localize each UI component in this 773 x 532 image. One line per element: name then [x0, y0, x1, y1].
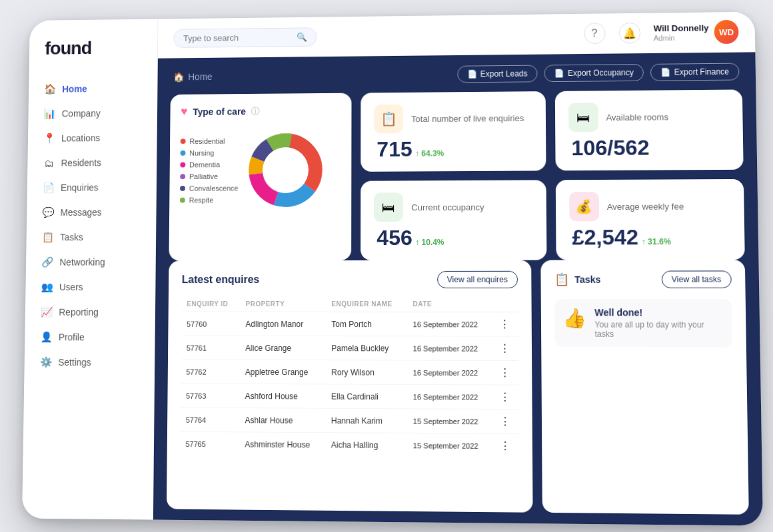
- row-more-button[interactable]: ⋮: [494, 360, 518, 385]
- sidebar-item-residents[interactable]: 🗂 Residents: [27, 150, 156, 175]
- cell-property: Adlington Manor: [240, 312, 326, 336]
- cell-property: Ashminster House: [239, 431, 326, 456]
- export-finance-button[interactable]: 📄 Export Finance: [650, 63, 739, 81]
- well-done-section: 👍 Well done! You are all up to day with …: [554, 299, 732, 347]
- table-row[interactable]: 57765 Ashminster House Aicha Halling 15 …: [180, 431, 518, 457]
- search-icon: 🔍: [297, 31, 307, 41]
- enquiries-card-header: Latest enquires View all enquires: [182, 270, 518, 288]
- convalescence-label: Convalescence: [189, 184, 239, 192]
- sidebar-item-label: Messages: [60, 206, 101, 217]
- heart-icon: ♥: [181, 105, 188, 119]
- enquiries-stat-change: 64.3%: [415, 148, 444, 158]
- cell-enquirer: Pamela Buckley: [326, 336, 407, 360]
- cell-date: 16 September 2022: [408, 384, 494, 409]
- user-info[interactable]: Will Donnelly Admin WD: [654, 19, 739, 44]
- sidebar-item-networking[interactable]: 🔗 Networking: [26, 249, 155, 274]
- palliative-label: Palliative: [189, 172, 218, 180]
- type-of-care-header: ♥ Type of care ⓘ: [181, 103, 341, 119]
- main-content: 🔍 ? 🔔 Will Donnelly Admin WD 🏠 Hom: [153, 11, 763, 525]
- export-occupancy-button[interactable]: 📄 Export Occupancy: [544, 63, 644, 81]
- row-more-button[interactable]: ⋮: [494, 336, 518, 361]
- table-row[interactable]: 57764 Ashlar House Hannah Karim 15 Septe…: [181, 407, 519, 433]
- avatar: WD: [714, 19, 738, 43]
- table-row[interactable]: 57762 Appletree Grange Rory Wilson 16 Se…: [181, 360, 518, 385]
- export-occupancy-label: Export Occupancy: [568, 68, 634, 78]
- cell-enquiry-id: 57763: [181, 384, 240, 408]
- row-more-button[interactable]: ⋮: [494, 312, 518, 336]
- type-of-care-title: Type of care: [193, 106, 246, 117]
- row-more-button[interactable]: ⋮: [494, 384, 518, 409]
- sidebar-item-home[interactable]: 🏠 Home: [29, 75, 157, 101]
- enquiries-icon: 📄: [43, 182, 55, 194]
- table-row[interactable]: 57763 Ashford House Ella Cardinali 16 Se…: [181, 384, 518, 409]
- cell-enquiry-id: 57765: [180, 431, 239, 455]
- cell-property: Ashford House: [240, 384, 326, 408]
- profile-icon: 👤: [41, 331, 53, 343]
- export-leads-label: Export Leads: [480, 69, 528, 79]
- sidebar-item-settings[interactable]: ⚙️ Settings: [24, 350, 154, 375]
- export-finance-icon: 📄: [660, 67, 670, 77]
- residents-icon: 🗂: [43, 156, 55, 168]
- view-all-tasks-button[interactable]: View all tasks: [661, 270, 732, 288]
- search-container[interactable]: 🔍: [173, 27, 317, 47]
- sidebar-item-label: Reporting: [59, 306, 98, 317]
- sidebar-item-users[interactable]: 👥 Users: [25, 274, 155, 300]
- stat-header-occupancy: 🛏 Current occupancy: [374, 192, 532, 222]
- row-more-button[interactable]: ⋮: [494, 433, 518, 457]
- table-row[interactable]: 57760 Adlington Manor Tom Portch 16 Sept…: [181, 312, 518, 336]
- cell-date: 16 September 2022: [408, 312, 494, 336]
- cell-enquiry-id: 57760: [181, 312, 241, 336]
- sidebar-item-tasks[interactable]: 📋 Tasks: [26, 224, 155, 250]
- reporting-icon: 📈: [41, 306, 53, 318]
- table-head: ENQUIRY ID PROPERTY ENQUIRER NAME DATE: [181, 296, 518, 312]
- rooms-stat-label: Available rooms: [606, 111, 668, 122]
- sidebar-item-label: Home: [62, 83, 87, 94]
- sidebar-item-enquiries[interactable]: 📄 Enquiries: [27, 174, 157, 200]
- cell-date: 15 September 2022: [408, 408, 494, 433]
- locations-icon: 📍: [43, 132, 55, 144]
- sidebar-item-label: Profile: [59, 332, 85, 342]
- sidebar-item-label: Residents: [61, 157, 102, 168]
- residential-label: Residential: [189, 136, 225, 144]
- cell-enquiry-id: 57761: [181, 336, 241, 360]
- view-all-enquires-button[interactable]: View all enquires: [437, 270, 518, 288]
- dementia-label: Dementia: [189, 160, 220, 168]
- help-circle-icon[interactable]: ⓘ: [251, 105, 260, 117]
- row-more-button[interactable]: ⋮: [494, 409, 518, 433]
- nursing-label: Nursing: [189, 148, 214, 156]
- user-name: Will Donnelly: [654, 22, 709, 34]
- sidebar-item-locations[interactable]: 📍 Locations: [28, 125, 157, 150]
- help-button[interactable]: ?: [584, 23, 606, 44]
- respite-label: Respite: [189, 196, 214, 204]
- enquiries-table: ENQUIRY ID PROPERTY ENQUIRER NAME DATE 5…: [180, 296, 518, 458]
- stat-header-fee: 💰 Average weekly fee: [569, 191, 731, 221]
- sidebar-item-label: Tasks: [60, 232, 83, 242]
- export-leads-button[interactable]: 📄 Export Leads: [457, 65, 538, 83]
- palliative-dot: [180, 174, 185, 179]
- cell-date: 15 September 2022: [408, 433, 494, 457]
- legend-dementia: Dementia: [180, 160, 238, 168]
- sidebar-item-messages[interactable]: 💬 Messages: [27, 199, 156, 224]
- sidebar-item-profile[interactable]: 👤 Profile: [25, 324, 155, 350]
- dementia-dot: [180, 162, 185, 167]
- search-input[interactable]: [183, 32, 291, 43]
- fee-stat-value: £2,542: [572, 225, 638, 249]
- col-date: DATE: [408, 296, 494, 312]
- legend-respite: Respite: [180, 196, 239, 204]
- sidebar-item-reporting[interactable]: 📈 Reporting: [25, 299, 155, 324]
- thumbs-up-icon: 👍: [562, 307, 586, 329]
- occupancy-stat-icon: 🛏: [374, 192, 403, 222]
- legend-residential: Residential: [181, 136, 239, 144]
- fee-stat-change: 31.6%: [641, 237, 670, 246]
- table-row[interactable]: 57761 Alice Grange Pamela Buckley 16 Sep…: [181, 336, 518, 360]
- notification-button[interactable]: 🔔: [618, 22, 640, 43]
- enquiries-stat-value: 715: [377, 136, 412, 160]
- app-logo: found: [29, 37, 157, 77]
- cell-enquirer: Rory Wilson: [326, 360, 408, 384]
- care-legend: Residential Nursing Dementia: [180, 136, 239, 204]
- cell-property: Alice Grange: [240, 336, 326, 360]
- cell-property: Appletree Grange: [240, 360, 326, 384]
- stat-card-occupancy: 🛏 Current occupancy 456 10.4%: [361, 180, 546, 260]
- cell-enquirer: Ella Cardinali: [326, 384, 408, 408]
- sidebar-item-company[interactable]: 📊 Company: [28, 100, 157, 126]
